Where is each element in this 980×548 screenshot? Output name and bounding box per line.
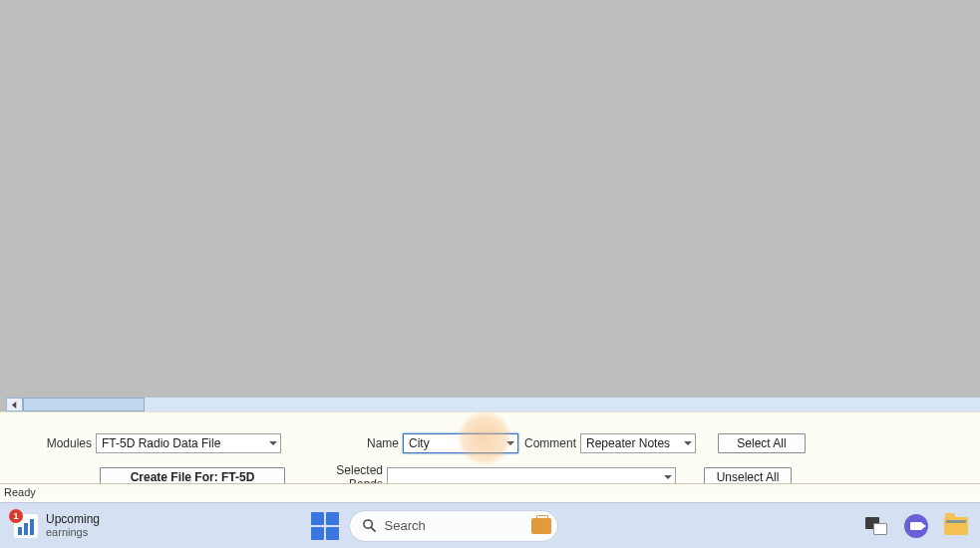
taskbar-search[interactable]: Search bbox=[349, 510, 558, 542]
widget-icon: 1 bbox=[14, 514, 38, 538]
folder-icon bbox=[944, 517, 968, 535]
chevron-down-icon bbox=[506, 441, 514, 445]
name-combo[interactable]: City bbox=[403, 433, 518, 453]
horizontal-scrollbar[interactable] bbox=[6, 398, 980, 411]
status-text: Ready bbox=[4, 486, 36, 498]
comment-combo[interactable]: Repeater Notes bbox=[580, 433, 696, 453]
controls-panel: Modules FT-5D Radio Data File Name City … bbox=[0, 411, 980, 483]
search-placeholder: Search bbox=[385, 518, 523, 533]
chat-icon bbox=[904, 514, 928, 538]
chevron-down-icon bbox=[269, 441, 277, 445]
chevron-down-icon bbox=[664, 475, 672, 479]
search-icon bbox=[362, 518, 377, 533]
select-all-button[interactable]: Select All bbox=[718, 433, 806, 453]
taskbar: 1 Upcoming earnings Search bbox=[0, 502, 980, 548]
scroll-thumb[interactable] bbox=[23, 398, 145, 411]
taskbar-notification[interactable]: 1 Upcoming earnings bbox=[0, 513, 100, 538]
svg-line-2 bbox=[371, 527, 375, 531]
task-view-button[interactable] bbox=[864, 514, 888, 538]
chevron-left-icon bbox=[11, 402, 18, 409]
modules-combo-value: FT-5D Radio Data File bbox=[102, 436, 220, 450]
status-bar: Ready bbox=[0, 483, 980, 501]
file-explorer-button[interactable] bbox=[944, 514, 968, 538]
name-combo-value: City bbox=[409, 436, 430, 450]
main-content-area bbox=[0, 0, 980, 398]
modules-combo[interactable]: FT-5D Radio Data File bbox=[96, 433, 281, 453]
svg-marker-0 bbox=[12, 402, 16, 409]
comment-label: Comment bbox=[518, 436, 580, 450]
scroll-track[interactable] bbox=[145, 398, 980, 411]
chevron-down-icon bbox=[684, 441, 692, 445]
notification-subtitle: earnings bbox=[46, 526, 100, 538]
chat-button[interactable] bbox=[904, 514, 928, 538]
notification-text: Upcoming earnings bbox=[46, 513, 100, 538]
notification-badge: 1 bbox=[9, 509, 23, 523]
notification-title: Upcoming bbox=[46, 513, 100, 526]
name-label: Name bbox=[343, 436, 403, 450]
comment-combo-value: Repeater Notes bbox=[586, 436, 670, 450]
content-canvas[interactable] bbox=[10, 0, 980, 398]
briefcase-icon bbox=[531, 518, 551, 534]
modules-label: Modules bbox=[0, 436, 96, 450]
start-button[interactable] bbox=[311, 512, 339, 540]
scroll-left-button[interactable] bbox=[6, 398, 23, 411]
